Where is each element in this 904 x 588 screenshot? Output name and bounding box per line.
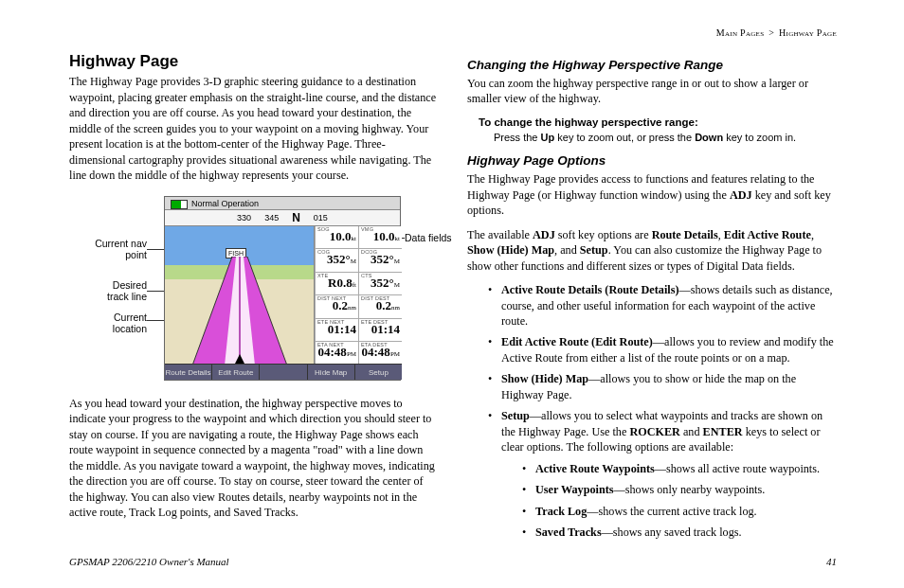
data-etanext: ETA NEXT04:48PM — [315, 342, 358, 365]
breadcrumb: Main Pages > Highway Page — [69, 27, 837, 40]
sub-saved-tracks: Saved Tracks—shows any saved track logs. — [522, 525, 837, 540]
callout-trackline: Desired track line — [92, 279, 147, 302]
perspective-text: You can zoom the highway perspective ran… — [467, 76, 837, 107]
page-title: Highway Page — [69, 51, 439, 73]
page-footer: GPSMAP 2206/2210 Owner's Manual 41 — [69, 555, 837, 569]
current-location-icon — [235, 354, 244, 364]
bullet-show-hide-map: Show (Hide) Map—allows you to show or hi… — [488, 371, 837, 402]
options-bullet-list: Active Route Details (Route Details)—sho… — [488, 282, 837, 541]
data-distnext: DIST NEXT0.2nm — [315, 295, 358, 319]
softkey-route-details: Route Details — [165, 365, 212, 380]
gps-highway-view: FISH — [165, 226, 315, 365]
callout-datafields: Data fields — [405, 232, 452, 243]
data-vmg: VMG10.0kt — [358, 226, 402, 250]
callout-location: Current location — [92, 312, 147, 334]
softkey-blank — [260, 365, 307, 380]
gps-softkeys: Route Details Edit Route Hide Map Setup — [165, 364, 402, 380]
bullet-setup: Setup—allows you to select what waypoint… — [488, 408, 837, 540]
procedure-heading: To change the highway perspective range: — [479, 116, 837, 131]
callout-navpoint: Current nav point — [92, 238, 147, 260]
gps-mode: Normal Operation — [165, 197, 400, 210]
bullet-edit-route: Edit Active Route (Edit Route)—allows yo… — [488, 334, 837, 365]
sub-active-route-wpts: Active Route Waypoints—shows all active … — [522, 461, 837, 476]
compass-330: 330 — [237, 212, 251, 223]
right-column: Changing the Highway Perspective Range Y… — [467, 51, 837, 546]
data-etadest: ETA DEST04:48PM — [358, 342, 402, 365]
data-dcog: DCOG352°M — [358, 249, 402, 273]
heading-perspective: Changing the Highway Perspective Range — [467, 57, 837, 74]
data-sog: SOG10.0kt — [315, 226, 358, 250]
sub-user-wpts: User Waypoints—shows only nearby waypoin… — [522, 482, 837, 497]
data-cog: COG352°M — [315, 249, 358, 273]
bullet-route-details: Active Route Details (Route Details)—sho… — [488, 282, 837, 329]
data-etedest: ETE DEST01:14 — [358, 319, 402, 343]
left-column: Highway Page The Highway Page provides 3… — [69, 51, 439, 546]
manual-title: GPSMAP 2206/2210 Owner's Manual — [69, 555, 229, 569]
data-distdest: DIST DEST0.2nm — [358, 295, 402, 319]
data-xte: XTER0.8ft — [315, 273, 358, 296]
gps-screen: Normal Operation 330 345 N 015 FISH — [164, 196, 401, 381]
breadcrumb-b: Highway Page — [779, 27, 837, 38]
procedure-body: Press the Up key to zoom out, or press t… — [494, 131, 837, 145]
data-etenext: ETE NEXT01:14 — [315, 319, 358, 343]
compass-n: N — [292, 210, 300, 225]
heading-options: Highway Page Options — [467, 152, 837, 169]
setup-sub-list: Active Route Waypoints—shows all active … — [522, 461, 837, 541]
compass-015: 015 — [314, 212, 328, 223]
data-cts: CTS352°M — [358, 273, 402, 296]
page-number: 41 — [826, 555, 837, 569]
softkey-setup: Setup — [355, 365, 402, 380]
sub-track-log: Track Log—shows the current active track… — [522, 504, 837, 519]
options-intro: The Highway Page provides access to func… — [467, 171, 837, 218]
options-list-text: The available ADJ soft key options are R… — [467, 227, 837, 274]
gps-data-fields: SOG10.0kt VMG10.0kt COG352°M DCOG352°M X… — [315, 226, 402, 365]
intro-paragraph-1: The Highway Page provides 3-D graphic st… — [69, 74, 439, 183]
highway-figure: Current nav point Desired track line Cur… — [69, 192, 439, 386]
softkey-edit-route: Edit Route — [212, 365, 260, 380]
breadcrumb-a: Main Pages — [716, 27, 765, 38]
breadcrumb-sep: > — [768, 27, 774, 38]
softkey-hide-map: Hide Map — [308, 365, 355, 380]
highway-road — [183, 257, 297, 365]
intro-paragraph-2: As you head toward your destination, the… — [69, 396, 439, 521]
gps-compass: 330 345 N 015 — [165, 210, 400, 226]
compass-345: 345 — [264, 212, 279, 223]
